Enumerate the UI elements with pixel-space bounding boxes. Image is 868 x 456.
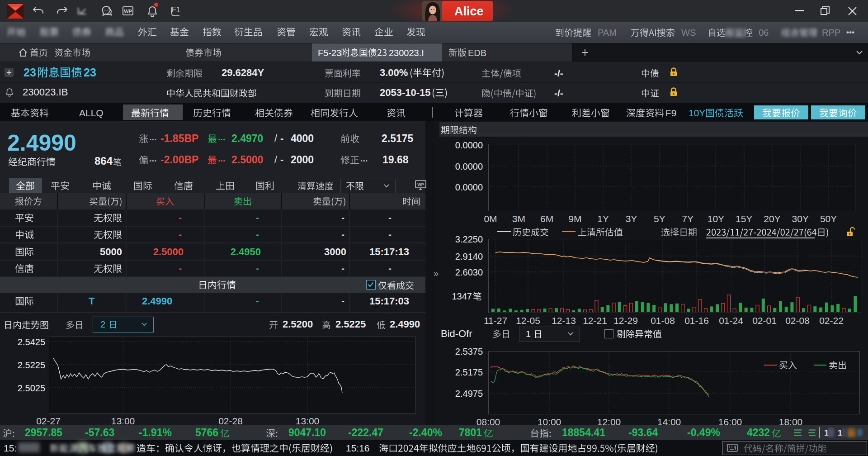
svg-text:F1: F1 [172,6,180,14]
svg-text:WP: WP [124,9,132,14]
svg-text:WP: WP [417,182,424,187]
